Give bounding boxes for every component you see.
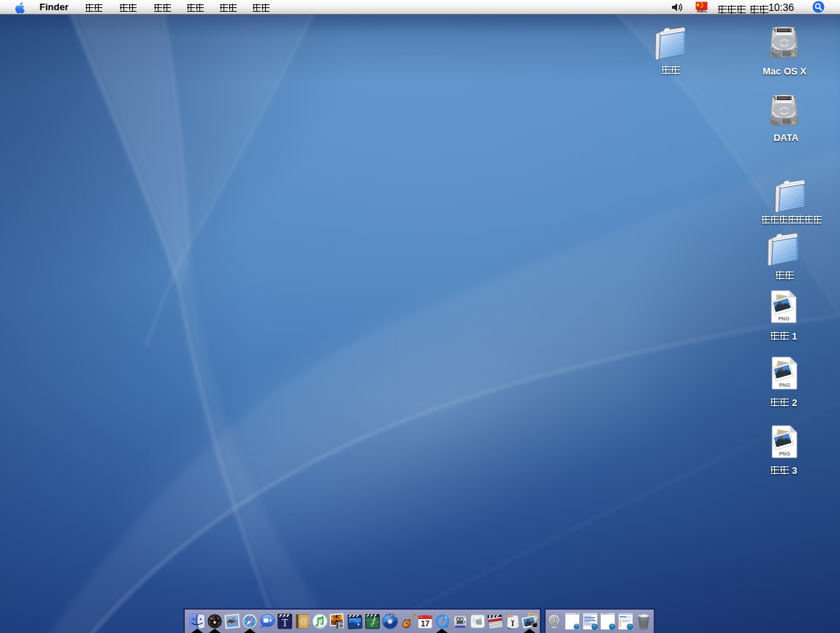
svg-text:T: T <box>282 618 289 629</box>
svg-text:@: @ <box>299 616 308 625</box>
svg-text:@: @ <box>550 615 558 624</box>
svg-text:17: 17 <box>421 619 429 628</box>
svg-text:ABC: ABC <box>697 8 707 13</box>
